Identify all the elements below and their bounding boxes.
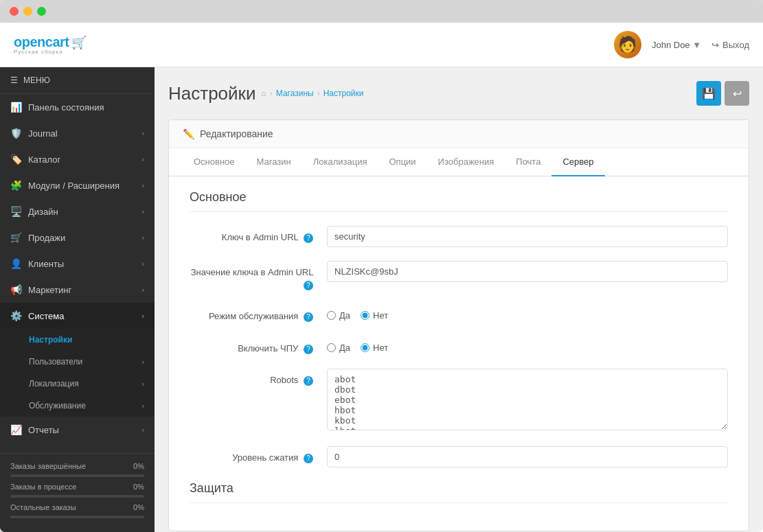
radio-seo-yes[interactable]: Да — [327, 343, 350, 353]
stat-row-other: Остальные заказы 0% — [10, 503, 144, 511]
sidebar-item-modules[interactable]: 🧩 Модули / Расширения › — [0, 172, 155, 198]
sidebar-item-marketing[interactable]: 📢 Маркетинг › — [0, 277, 155, 303]
stat-row-completed: Заказы завершённые 0% — [10, 462, 144, 470]
sidebar-sub-item-maintenance[interactable]: Обслуживание › — [0, 395, 155, 417]
tab-shop[interactable]: Магазин — [246, 148, 302, 176]
tab-basic[interactable]: Основное — [183, 148, 246, 176]
clients-icon: 👤 — [10, 258, 21, 269]
field-compression: Уровень сжатия ? — [190, 446, 728, 467]
field-maintenance: Режим обслуживания ? Да — [190, 305, 728, 323]
sidebar-item-system[interactable]: ⚙️ Система › — [0, 303, 155, 329]
marketing-icon: 📢 — [10, 284, 21, 295]
sidebar-menu-header: ☰ МЕНЮ — [0, 67, 155, 94]
sidebar-item-clients[interactable]: 👤 Клиенты › — [0, 251, 155, 277]
breadcrumb-stores[interactable]: Магазины — [276, 89, 314, 98]
sidebar-sub-system: Настройки Пользователи › Локализация › О… — [0, 329, 155, 417]
section-title: Основное — [190, 190, 728, 212]
tab-images[interactable]: Изображения — [427, 148, 505, 176]
logout-button[interactable]: ↪ Выход — [711, 40, 749, 50]
back-button[interactable]: ↩ — [725, 81, 749, 106]
stat-bar-other-bg — [10, 516, 144, 518]
sidebar-item-dashboard[interactable]: 📊 Панель состояния — [0, 94, 155, 120]
form-card-header: ✏️ Редактирование — [169, 120, 749, 148]
dashboard-icon: 📊 — [10, 102, 21, 113]
breadcrumb-settings: Настройки — [323, 89, 364, 98]
main-content: Настройки ⌂ › Магазины › Настройки 💾 ↩ — [155, 67, 763, 532]
header: opencart 🛒 Русская сборка 🧑 John Doe ▼ ↪… — [0, 23, 763, 67]
radio-maintenance-yes[interactable]: Да — [327, 310, 350, 321]
sidebar-item-design[interactable]: 🖥️ Дизайн › — [0, 198, 155, 224]
chevron-right-icon: › — [141, 129, 144, 137]
reports-icon: 📈 — [10, 424, 21, 435]
label-seo-url: Включить ЧПУ ? — [190, 337, 327, 355]
sidebar-sub-item-settings[interactable]: Настройки — [0, 329, 155, 351]
sidebar-sub-item-users[interactable]: Пользователи › — [0, 351, 155, 373]
radio-group-seo: Да Нет — [327, 337, 728, 353]
form-content: Основное Ключ в Admin URL ? — [169, 176, 749, 531]
minimize-button[interactable] — [23, 7, 32, 16]
tab-server[interactable]: Сервер — [551, 148, 604, 176]
home-icon: ⌂ — [262, 89, 266, 98]
user-name[interactable]: John Doe ▼ — [652, 40, 701, 50]
field-seo-url: Включить ЧПУ ? Да Не — [190, 337, 728, 355]
bottom-section-title: Защита — [190, 481, 728, 503]
tabs-bar: Основное Магазин Локализация Опции Изобр… — [169, 148, 749, 176]
stat-bar-processing-bg — [10, 495, 144, 498]
sidebar-sub-item-localization[interactable]: Локализация › — [0, 373, 155, 395]
page-header: Настройки ⌂ › Магазины › Настройки 💾 ↩ — [168, 81, 749, 106]
tab-options[interactable]: Опции — [378, 148, 426, 176]
logo-subtitle: Русская сборка — [14, 49, 63, 55]
sidebar-item-sales[interactable]: 🛒 Продажи › — [0, 224, 155, 251]
header-right: 🧑 John Doe ▼ ↪ Выход — [614, 31, 749, 58]
help-robots[interactable]: ? — [304, 376, 313, 386]
avatar: 🧑 — [614, 31, 641, 58]
close-button[interactable] — [10, 7, 19, 16]
help-maintenance[interactable]: ? — [304, 312, 313, 322]
sidebar-item-reports[interactable]: 📈 Отчеты › — [0, 417, 155, 443]
chevron-right-icon: › — [141, 259, 144, 268]
tab-mail[interactable]: Почта — [505, 148, 551, 176]
sidebar-stats: Заказы завершённые 0% Заказы в процессе … — [0, 453, 155, 532]
label-compression: Уровень сжатия ? — [190, 446, 327, 464]
save-icon: 💾 — [702, 87, 716, 100]
input-compression[interactable] — [327, 446, 728, 467]
radio-seo-no[interactable]: Нет — [361, 343, 388, 353]
logout-icon: ↪ — [711, 40, 719, 50]
textarea-robots[interactable]: abot dbot ebot hbot kbot lbot — [327, 369, 728, 430]
chevron-right-icon: › — [141, 155, 144, 163]
breadcrumb: ⌂ › Магазины › Настройки — [262, 89, 364, 98]
save-button[interactable]: 💾 — [696, 81, 721, 106]
input-admin-key-value[interactable] — [327, 261, 728, 282]
radio-maintenance-no[interactable]: Нет — [361, 310, 388, 321]
help-admin-key-value[interactable]: ? — [304, 281, 313, 290]
chevron-right-icon: › — [141, 181, 144, 189]
sidebar: ☰ МЕНЮ 📊 Панель состояния 🛡️ Journal › — [0, 67, 155, 532]
page-title: Настройки — [168, 83, 256, 104]
input-admin-key[interactable] — [327, 226, 728, 247]
sidebar-item-journal[interactable]: 🛡️ Journal › — [0, 120, 155, 146]
fullscreen-button[interactable] — [37, 7, 46, 16]
chevron-down-icon: › — [141, 312, 144, 320]
label-robots: Robots ? — [190, 369, 327, 386]
hamburger-icon: ☰ — [10, 76, 18, 85]
chevron-right-icon: › — [141, 426, 144, 434]
journal-icon: 🛡️ — [10, 128, 21, 139]
logo-text: opencart — [14, 34, 69, 50]
chevron-right-icon: › — [141, 207, 144, 216]
pencil-icon: ✏️ — [183, 128, 194, 139]
design-icon: 🖥️ — [10, 206, 21, 217]
field-admin-key: Ключ в Admin URL ? — [190, 226, 728, 247]
label-admin-key-value: Значение ключа в Admin URL ? — [190, 261, 327, 291]
logo-cart-icon: 🛒 — [71, 35, 87, 50]
label-maintenance: Режим обслуживания ? — [190, 305, 327, 323]
chevron-right-icon: › — [141, 286, 144, 294]
help-admin-key[interactable]: ? — [304, 233, 313, 243]
sidebar-item-catalog[interactable]: 🏷️ Каталог › — [0, 146, 155, 172]
chevron-right-icon: › — [141, 402, 144, 410]
field-admin-key-value: Значение ключа в Admin URL ? — [190, 261, 728, 291]
form-card: ✏️ Редактирование Основное Магазин Локал… — [168, 119, 749, 531]
help-compression[interactable]: ? — [304, 454, 313, 463]
form-header-label: Редактирование — [200, 128, 273, 139]
tab-localization[interactable]: Локализация — [302, 148, 378, 176]
help-seo-url[interactable]: ? — [304, 345, 313, 354]
